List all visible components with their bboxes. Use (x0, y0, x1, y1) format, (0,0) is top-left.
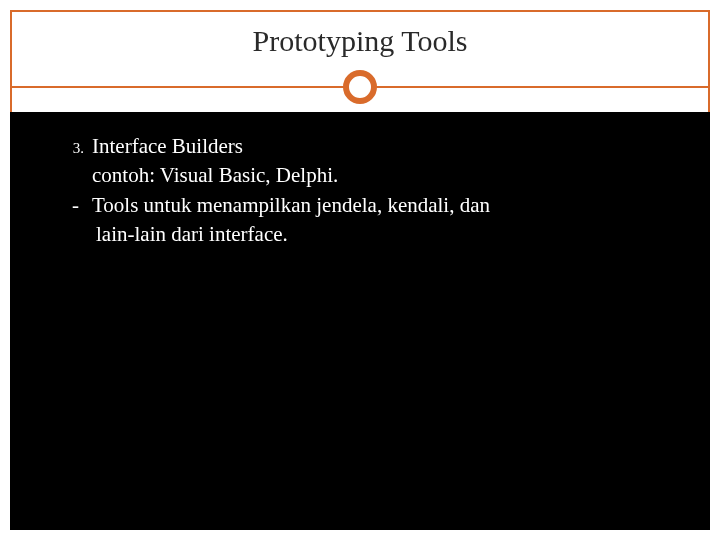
slide-body: 3. Interface Builders contoh: Visual Bas… (10, 112, 710, 530)
dash-bullet: - (72, 191, 92, 220)
list-example: contoh: Visual Basic, Delphi. (58, 161, 686, 190)
list-number: 3. (58, 138, 92, 159)
list-desc-row: - Tools untuk menampilkan jendela, kenda… (58, 191, 686, 220)
list-desc-line1: Tools untuk menampilkan jendela, kendali… (92, 191, 686, 220)
slide-title: Prototyping Tools (12, 24, 708, 58)
list-item-title: Interface Builders (92, 132, 686, 161)
ring-icon (343, 70, 377, 104)
slide: Prototyping Tools 3. Interface Builders … (0, 0, 720, 540)
list-item: 3. Interface Builders (58, 132, 686, 161)
list-desc-line2: lain-lain dari interface. (58, 220, 686, 249)
slide-frame: Prototyping Tools 3. Interface Builders … (10, 10, 710, 530)
